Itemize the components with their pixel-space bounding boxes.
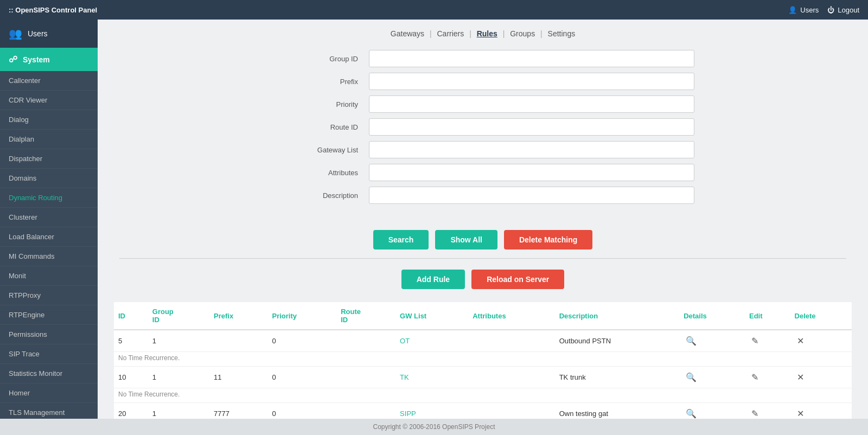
- sidebar-item-clusterer[interactable]: Clusterer: [0, 208, 98, 227]
- sidebar-users[interactable]: 👥 Users: [0, 20, 98, 48]
- cell-route-id: [336, 403, 395, 419]
- cell-id: 5: [114, 330, 148, 352]
- cell-prefix: [209, 330, 267, 352]
- cell-description: Outbound PSTN: [555, 330, 679, 352]
- topbar: :: OpenSIPS Control Panel 👤 Users ⏻ Logo…: [0, 0, 868, 20]
- sidebar-item-dispatcher[interactable]: Dispatcher: [0, 149, 98, 169]
- sidebar-item-permissions[interactable]: Permissions: [0, 325, 98, 344]
- cell-priority: 0: [268, 330, 337, 352]
- tab-settings[interactable]: Settings: [548, 29, 576, 38]
- sidebar-item-callcenter[interactable]: Callcenter: [0, 71, 98, 91]
- sidebar-item-sip-trace[interactable]: SIP Trace: [0, 344, 98, 364]
- search-button[interactable]: Search: [373, 230, 429, 250]
- group-id-row: Group ID: [271, 50, 694, 67]
- priority-label: Priority: [271, 100, 369, 108]
- sidebar-item-domains[interactable]: Domains: [0, 169, 98, 188]
- cell-group-id: 1: [148, 330, 209, 352]
- tab-carriers[interactable]: Carriers: [437, 29, 464, 38]
- sidebar-item-dynamic-routing[interactable]: Dynamic Routing: [0, 188, 98, 208]
- cell-edit: ✎: [745, 367, 790, 388]
- sidebar-item-rtpproxy[interactable]: RTPProxy: [0, 286, 98, 305]
- cell-priority: 0: [268, 367, 337, 388]
- col-prefix: Prefix: [209, 302, 267, 330]
- table-row-sub: No Time Recurrence.: [114, 352, 852, 367]
- edit-button[interactable]: ✎: [749, 371, 761, 383]
- add-rule-button[interactable]: Add Rule: [401, 270, 465, 289]
- tab-rules[interactable]: Rules: [477, 29, 497, 38]
- app-title: :: OpenSIPS Control Panel: [9, 6, 97, 14]
- logout-link[interactable]: ⏻ Logout: [827, 6, 859, 14]
- details-button[interactable]: 🔍: [684, 371, 699, 383]
- gw-list-link[interactable]: TK: [400, 373, 409, 381]
- sidebar-item-dialplan[interactable]: Dialplan: [0, 130, 98, 149]
- col-id: ID: [114, 302, 148, 330]
- table-row-sub: No Time Recurrence.: [114, 388, 852, 403]
- sidebar-system[interactable]: ☍ System: [0, 48, 98, 71]
- main-content: Gateways | Carriers | Rules | Groups | S…: [98, 20, 868, 419]
- priority-input[interactable]: [369, 95, 694, 113]
- attributes-row: Attributes: [271, 164, 694, 181]
- col-priority: Priority: [268, 302, 337, 330]
- prefix-row: Prefix: [271, 73, 694, 90]
- cell-gw-list: OT: [395, 330, 468, 352]
- details-button[interactable]: 🔍: [684, 335, 699, 347]
- sidebar-item-statistics-monitor[interactable]: Statistics Monitor: [0, 364, 98, 383]
- tab-groups[interactable]: Groups: [510, 29, 535, 38]
- details-button[interactable]: 🔍: [684, 407, 699, 419]
- delete-button[interactable]: ✕: [795, 335, 806, 347]
- users-link[interactable]: 👤 Users: [788, 6, 819, 14]
- sidebar-system-label: System: [23, 55, 50, 64]
- col-gw-list: GW List: [395, 302, 468, 330]
- cell-prefix: 7777: [209, 403, 267, 419]
- gw-list-link[interactable]: OT: [400, 337, 410, 345]
- sidebar-item-dialog[interactable]: Dialog: [0, 110, 98, 130]
- sidebar-item-tls-management[interactable]: TLS Management: [0, 403, 98, 419]
- action-buttons: Add Rule Reload on Server: [98, 270, 868, 289]
- gateway-list-input[interactable]: [369, 141, 694, 158]
- delete-button[interactable]: ✕: [795, 371, 806, 383]
- sidebar-item-mi-commands[interactable]: MI Commands: [0, 247, 98, 266]
- edit-button[interactable]: ✎: [749, 407, 761, 419]
- delete-matching-button[interactable]: Delete Matching: [504, 230, 592, 250]
- footer: Copyright © 2006-2016 OpenSIPS Project: [0, 419, 868, 435]
- gateway-list-row: Gateway List: [271, 141, 694, 158]
- table-row: 10 1 11 0 TK TK trunk 🔍 ✎ ✕: [114, 367, 852, 388]
- description-label: Description: [271, 191, 369, 200]
- edit-button[interactable]: ✎: [749, 335, 761, 347]
- cell-edit: ✎: [745, 330, 790, 352]
- route-id-input[interactable]: [369, 118, 694, 136]
- description-row: Description: [271, 187, 694, 204]
- search-buttons: Search Show All Delete Matching: [98, 230, 868, 250]
- prefix-input[interactable]: [369, 73, 694, 90]
- sidebar-item-cdr-viewer[interactable]: CDR Viewer: [0, 91, 98, 110]
- sidebar-item-rtpengine[interactable]: RTPEngine: [0, 305, 98, 325]
- cell-edit: ✎: [745, 403, 790, 419]
- cell-delete: ✕: [790, 330, 852, 352]
- show-all-button[interactable]: Show All: [435, 230, 497, 250]
- logout-icon: ⏻: [827, 6, 834, 14]
- sidebar-item-load-balancer[interactable]: Load Balancer: [0, 227, 98, 247]
- sidebar-users-label: Users: [28, 29, 48, 38]
- user-icon: 👤: [788, 6, 797, 14]
- nav-tabs: Gateways | Carriers | Rules | Groups | S…: [98, 20, 868, 44]
- cell-priority: 0: [268, 403, 337, 419]
- main-layout: 👥 Users ☍ System Callcenter CDR Viewer D…: [0, 20, 868, 419]
- cell-group-id: 1: [148, 403, 209, 419]
- sidebar-item-monit[interactable]: Monit: [0, 266, 98, 286]
- attributes-input[interactable]: [369, 164, 694, 181]
- reload-on-server-button[interactable]: Reload on Server: [471, 270, 564, 289]
- rules-table-wrapper: ID GroupID Prefix Priority RouteID GW Li…: [98, 302, 868, 419]
- group-id-input[interactable]: [369, 50, 694, 67]
- tab-gateways[interactable]: Gateways: [391, 29, 424, 38]
- cell-group-id: 1: [148, 367, 209, 388]
- topbar-right: 👤 Users ⏻ Logout: [788, 6, 859, 14]
- sub-row-text: No Time Recurrence.: [114, 388, 852, 403]
- gw-list-link[interactable]: SIPP: [400, 410, 416, 418]
- gateway-list-label: Gateway List: [271, 146, 369, 154]
- description-input[interactable]: [369, 187, 694, 204]
- col-attributes: Attributes: [468, 302, 554, 330]
- delete-button[interactable]: ✕: [795, 407, 806, 419]
- cell-route-id: [336, 330, 395, 352]
- cell-attributes: [468, 367, 554, 388]
- sidebar-item-homer[interactable]: Homer: [0, 383, 98, 403]
